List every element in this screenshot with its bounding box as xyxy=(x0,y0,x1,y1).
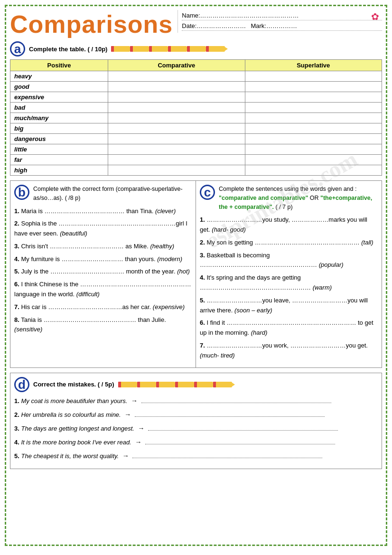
item-text: ………………………you leave, ………………………you will ar… xyxy=(200,297,368,314)
section-b-circle: b xyxy=(14,185,29,200)
section-c-items: 1. ………………………you study, ………………marks you w… xyxy=(200,215,378,360)
item-text: My coat is more beautifuler than yours. xyxy=(21,397,127,404)
section-c-green1: "comparative and comparative" xyxy=(219,195,308,201)
item-hint: (popular) xyxy=(319,261,344,268)
sections-bc: b Complete with the correct form (compar… xyxy=(10,180,382,368)
superlative-cell[interactable] xyxy=(245,113,382,123)
list-item: 6. I think Chinese is the ……………………………………… xyxy=(14,280,192,300)
superlative-cell[interactable] xyxy=(245,71,382,82)
table-row: heavy xyxy=(10,71,382,82)
item-text: The days are getting longest and longest… xyxy=(21,425,134,432)
pencil-1 xyxy=(111,46,130,52)
mark-label: Mark:…………… xyxy=(251,22,297,29)
section-d: d Correct the mistakes. ( / 5p) 1. My co… xyxy=(10,373,382,469)
comparative-cell[interactable] xyxy=(108,113,245,123)
item-hint: (hard) xyxy=(251,329,268,336)
positive-cell[interactable]: high xyxy=(10,165,108,176)
comparative-cell[interactable] xyxy=(108,144,245,155)
section-b-header: b Complete with the correct form (compar… xyxy=(14,185,192,203)
item-text: His car is ………………………………as her car. xyxy=(21,303,151,310)
positive-cell[interactable]: expensive xyxy=(10,92,108,103)
col-superlative: Superlative xyxy=(245,60,382,71)
positive-cell[interactable]: bad xyxy=(10,103,108,113)
item-num: 3. xyxy=(14,425,19,432)
superlative-cell[interactable] xyxy=(245,155,382,165)
list-item: 8. Tania is ……………………………………… than Julie. … xyxy=(14,315,192,335)
section-b-items: 1. Maria is ………………………………… than Tina. (cl… xyxy=(14,207,192,335)
item-hint: (healthy) xyxy=(150,243,174,250)
arrow-icon: → xyxy=(122,452,129,460)
item-num: 2. xyxy=(14,220,19,227)
section-c-circle: c xyxy=(200,185,215,200)
positive-cell[interactable]: heavy xyxy=(10,71,108,82)
answer-line[interactable] xyxy=(148,430,338,431)
table-row: little xyxy=(10,144,382,155)
superlative-cell[interactable] xyxy=(245,123,382,134)
superlative-cell[interactable] xyxy=(245,92,382,103)
section-c-points: ( / 7 p) xyxy=(276,204,293,210)
item-num: 4. xyxy=(200,274,205,281)
item-num: 3. xyxy=(200,252,205,259)
superlative-cell[interactable] xyxy=(245,165,382,176)
item-text: Chris isn't ……………………………… as Mike. xyxy=(21,243,148,250)
item-num: 2. xyxy=(200,239,205,246)
comparative-cell[interactable] xyxy=(108,71,245,82)
name-date-block: Name:………………………………………… Date:…………………… Mark… xyxy=(177,10,382,33)
superlative-cell[interactable] xyxy=(245,134,382,144)
item-text: The cheapest it is, the worst quality. xyxy=(21,452,119,460)
positive-cell[interactable]: big xyxy=(10,123,108,134)
name-line: Name:………………………………………… xyxy=(182,12,382,20)
section-a-instruction: Complete the table. ( / 10p) xyxy=(29,46,107,53)
arrow-icon: → xyxy=(124,411,131,418)
list-item: 5. ………………………you leave, ………………………you will… xyxy=(200,296,378,316)
positive-cell[interactable]: good xyxy=(10,82,108,92)
superlative-cell[interactable] xyxy=(245,144,382,155)
item-text: It is the more boring book I've ever rea… xyxy=(21,439,131,446)
superlative-cell[interactable] xyxy=(245,82,382,92)
comparative-cell[interactable] xyxy=(108,134,245,144)
pencil-d3 xyxy=(156,382,175,387)
comparative-cell[interactable] xyxy=(108,92,245,103)
date-line: Date:…………………… Mark:…………… xyxy=(182,22,382,31)
item-num: 1. xyxy=(200,216,205,223)
answer-line[interactable] xyxy=(141,403,331,403)
item-text: My furniture is ………………………… than yours. xyxy=(21,255,155,263)
item-hint: (modern) xyxy=(157,255,182,263)
comparative-cell[interactable] xyxy=(108,82,245,92)
section-a-circle: a xyxy=(10,41,25,56)
answer-line[interactable] xyxy=(135,416,325,417)
item-num: 3. xyxy=(14,243,19,250)
answer-line[interactable] xyxy=(132,458,322,458)
positive-cell[interactable]: far xyxy=(10,155,108,165)
item-num: 7. xyxy=(200,342,205,349)
positive-cell[interactable]: little xyxy=(10,144,108,155)
item-text: ………………………you work, ………………………you get. xyxy=(206,342,368,349)
section-c-instruction: Complete the sentences using the words g… xyxy=(219,185,378,211)
list-item: 4. My furniture is ………………………… than yours… xyxy=(14,254,192,264)
item-text: Her umbrella is so colourful as mine. xyxy=(21,411,121,418)
item-num: 6. xyxy=(200,319,205,326)
comparative-cell[interactable] xyxy=(108,165,245,176)
superlative-cell[interactable] xyxy=(245,103,382,113)
flower-decoration: ✿ xyxy=(371,11,379,22)
list-item: 2. Her umbrella is so colourful as mine.… xyxy=(14,410,378,420)
positive-cell[interactable]: much/many xyxy=(10,113,108,123)
section-c: c Complete the sentences using the words… xyxy=(196,181,382,367)
comparative-cell[interactable] xyxy=(108,103,245,113)
header: Comparisons Name:………………………………………… Date:…… xyxy=(10,10,382,38)
comparative-cell[interactable] xyxy=(108,123,245,134)
list-item: 3. The days are getting longest and long… xyxy=(14,423,378,433)
table-header-row: Positive Comparative Superlative xyxy=(10,60,382,71)
arrow-icon: → xyxy=(135,438,141,446)
list-item: 1. Maria is ………………………………… than Tina. (cl… xyxy=(14,207,192,216)
positive-cell[interactable]: dangerous xyxy=(10,134,108,144)
list-item: 7. ………………………you work, ………………………you get. … xyxy=(200,341,378,361)
table-row: bad xyxy=(10,103,382,113)
item-num: 2. xyxy=(14,411,19,418)
pencil-4 xyxy=(168,46,187,52)
arrow-icon: → xyxy=(131,397,138,404)
table-row: dangerous xyxy=(10,134,382,144)
comparative-cell[interactable] xyxy=(108,155,245,165)
answer-line[interactable] xyxy=(145,444,335,444)
section-b-label: b xyxy=(14,185,30,200)
